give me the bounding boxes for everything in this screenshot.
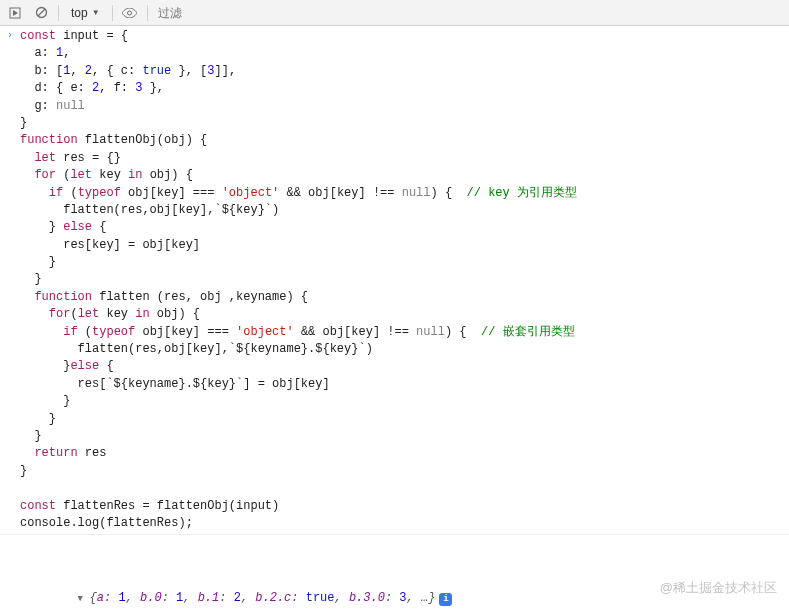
toolbar-separator (112, 5, 113, 21)
clear-console-icon[interactable] (30, 3, 52, 23)
console-log-entry: ▼{a: 1, b.0: 1, b.1: 2, b.2.c: true, b.3… (0, 534, 789, 613)
svg-marker-1 (13, 10, 18, 16)
toolbar-separator (147, 5, 148, 21)
svg-line-3 (38, 9, 45, 16)
logged-object[interactable]: ▼{a: 1, b.0: 1, b.1: 2, b.2.c: true, b.3… (20, 537, 789, 613)
input-chevron-icon: › (0, 28, 20, 532)
chevron-down-icon: ▼ (92, 8, 100, 17)
filter-input[interactable] (154, 6, 785, 20)
output-gutter (0, 537, 20, 613)
console-body: › const input = { a: 1, b: [1, 2, { c: t… (0, 26, 789, 613)
context-label: top (71, 6, 88, 20)
svg-point-4 (128, 11, 132, 15)
toolbar-separator (58, 5, 59, 21)
eye-icon[interactable] (119, 3, 141, 23)
console-input-entry: › const input = { a: 1, b: [1, 2, { c: t… (0, 26, 789, 534)
source-code[interactable]: const input = { a: 1, b: [1, 2, { c: tru… (20, 28, 789, 532)
context-selector[interactable]: top ▼ (65, 3, 106, 23)
console-toolbar: top ▼ (0, 0, 789, 26)
info-badge-icon[interactable]: i (439, 593, 452, 606)
disclosure-triangle-open-icon[interactable]: ▼ (78, 593, 90, 606)
run-icon[interactable] (4, 3, 26, 23)
object-preview-row[interactable]: ▼{a: 1, b.0: 1, b.1: 2, b.2.c: true, b.3… (20, 572, 781, 613)
